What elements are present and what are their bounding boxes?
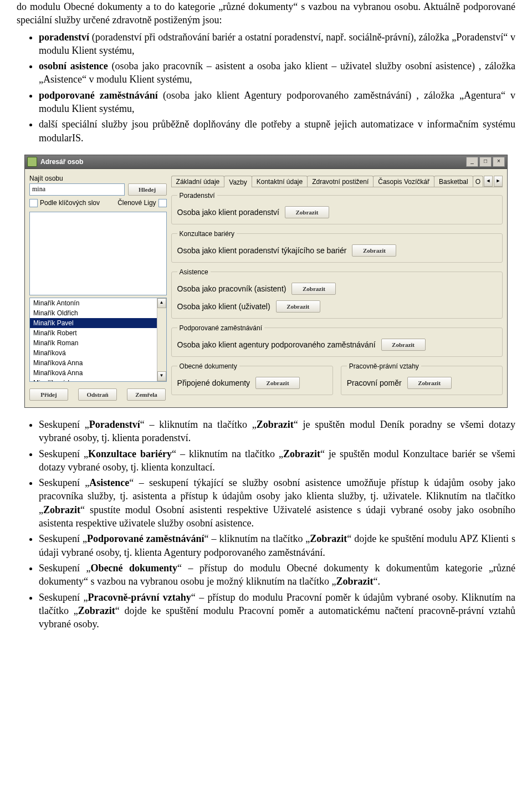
list-item[interactable]: Minaříková Anna [30, 358, 157, 368]
group-text: Osoba jako klient (uživatel) [177, 302, 270, 311]
app-window: Adresář osob _ □ × Najít osobu Hledej Po… [24, 155, 508, 408]
tab-vazby[interactable]: Vazby [224, 176, 252, 187]
list-item: Seskupení „Podporované zaměstnávání“ – k… [39, 532, 515, 559]
zobrazit-button[interactable]: Zobrazit [255, 377, 300, 389]
group-asistence: Asistence Osoba jako pracovník (asistent… [171, 268, 503, 319]
list-item[interactable]: Minaříková Anna [30, 368, 157, 378]
tab-magazine[interactable]: Časopis Vozíčkář [373, 176, 434, 187]
group-legend: Pracovně-právní vztahy [347, 362, 421, 370]
group-poradenstvi: Poradenství Osoba jako klient poradenstv… [171, 192, 503, 224]
titlebar: Adresář osob _ □ × [25, 155, 507, 169]
list-item: poradenství (poradenství při odstraňován… [39, 30, 515, 58]
group-pracovne-pravni: Pracovně-právní vztahy Pracovní poměr Zo… [341, 362, 503, 395]
top-bullet-list: poradenství (poradenství při odstraňován… [17, 30, 515, 145]
tab-disability[interactable]: Zdravotní postižení [307, 176, 374, 187]
remove-button[interactable]: Odstraň [78, 388, 117, 401]
zobrazit-button[interactable]: Zobrazit [407, 377, 452, 389]
keywords-label: Podle klíčových slov [40, 199, 100, 207]
list-item: Seskupení „Pracovně-právní vztahy“ – pří… [39, 591, 515, 631]
died-button[interactable]: Zemřela [127, 388, 166, 401]
scroll-up-button[interactable]: ▲ [157, 298, 166, 308]
minimize-button[interactable]: _ [466, 157, 478, 167]
zobrazit-button[interactable]: Zobrazit [285, 206, 329, 218]
group-legend: Obecné dokumenty [177, 362, 239, 370]
group-text: Osoba jako klient poradenství [177, 208, 279, 217]
add-button[interactable]: Přidej [29, 388, 68, 401]
members-label: Členové Ligy [117, 199, 156, 207]
list-item: podporované zaměstnávání (osoba jako kli… [39, 89, 515, 116]
zobrazit-button[interactable]: Zobrazit [381, 339, 426, 351]
list-item: osobní asistence (osoba jako pracovník –… [39, 59, 515, 86]
group-text: Pracovní poměr [347, 378, 402, 387]
tab-basketball[interactable]: Basketbal [434, 176, 473, 187]
list-item: Seskupení „Konzultace bariéry“ – kliknut… [39, 447, 515, 474]
group-obecne-dokumenty: Obecné dokumenty Připojené dokumenty Zob… [171, 362, 333, 395]
zobrazit-button[interactable]: Zobrazit [352, 244, 396, 257]
list-item[interactable]: Minařík Pavel [30, 318, 157, 328]
search-input[interactable] [29, 183, 125, 196]
group-legend: Asistence [177, 268, 211, 276]
list-item[interactable]: Minařík Antonín [30, 298, 157, 308]
group-legend: Konzultace bariéry [177, 230, 237, 238]
list-item[interactable]: Minařík Oldřich [30, 308, 157, 318]
group-legend: Podporované zaměstnávání [177, 324, 264, 332]
app-icon [27, 157, 37, 167]
zobrazit-button[interactable]: Zobrazit [276, 300, 320, 313]
group-podporovane: Podporované zaměstnávání Osoba jako klie… [171, 324, 503, 357]
maximize-button[interactable]: □ [479, 157, 492, 167]
list-item[interactable]: Minařík Roman [30, 338, 157, 348]
group-text: Připojené dokumenty [177, 378, 250, 387]
find-label: Najít osobu [29, 175, 167, 182]
list-item: další speciální služby jsou průběžně dop… [39, 117, 515, 145]
list-item[interactable]: Minařík Robert [30, 328, 157, 338]
search-button[interactable]: Hledej [128, 183, 167, 196]
group-text: Osoba jako pracovník (asistent) [177, 284, 287, 293]
tab-bar: Základní údaje Vazby Kontaktní údaje Zdr… [171, 175, 503, 187]
list-item: Seskupení „Asistence“ – seskupení týkají… [39, 476, 515, 530]
list-item[interactable]: Minaříková Iva [30, 378, 157, 381]
tab-contact[interactable]: Kontaktní údaje [252, 176, 308, 187]
group-konzultace: Konzultace bariéry Osoba jako klient por… [171, 230, 503, 263]
bottom-bullet-list: Seskupení „Poradenství“ – kliknutím na t… [17, 418, 515, 631]
filter-input[interactable] [29, 212, 167, 296]
tab-scroll-right[interactable]: ► [494, 176, 503, 187]
members-checkbox[interactable] [158, 199, 167, 207]
list-item[interactable]: Minaříková [30, 348, 157, 358]
tab-scroll-left[interactable]: ◄ [484, 176, 493, 187]
scrollbar[interactable]: ▲ ▼ [157, 298, 166, 381]
window-title: Adresář osob [40, 158, 466, 166]
group-text: Osoba jako klient poradenství týkajícího… [177, 246, 347, 255]
group-text: Osoba jako klient agentury podporovaného… [177, 340, 376, 349]
tab-more[interactable]: O [473, 176, 483, 187]
zobrazit-button[interactable]: Zobrazit [291, 283, 336, 295]
scroll-down-button[interactable]: ▼ [157, 371, 166, 381]
group-legend: Poradenství [177, 192, 217, 199]
tab-basic[interactable]: Základní údaje [171, 176, 225, 187]
keywords-checkbox[interactable] [29, 199, 38, 207]
list-item: Seskupení „Obecné dokumenty“ – přístup d… [39, 561, 515, 589]
doc-intro: do modulu Obecné dokumenty a to do kateg… [17, 0, 515, 27]
close-button[interactable]: × [493, 157, 505, 167]
person-listbox[interactable]: Minařík AntonínMinařík OldřichMinařík Pa… [30, 298, 157, 381]
list-item: Seskupení „Poradenství“ – kliknutím na t… [39, 418, 515, 445]
